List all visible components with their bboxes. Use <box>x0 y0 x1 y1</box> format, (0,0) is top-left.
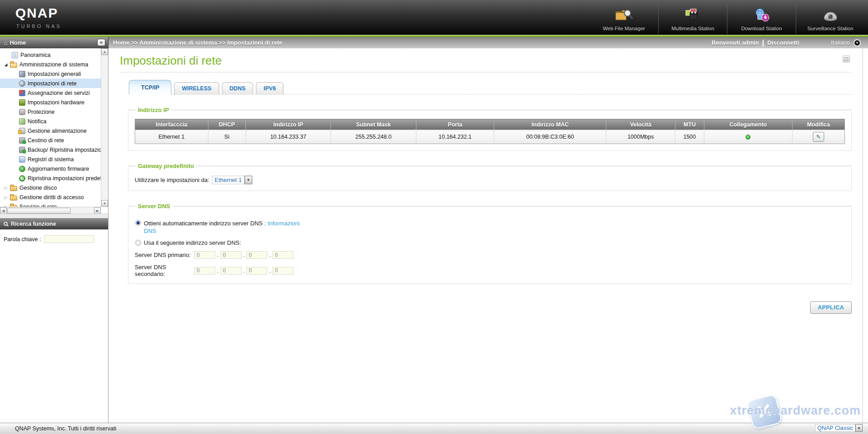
col-link: Collegamento <box>704 119 793 130</box>
primary-dns-octet-4[interactable] <box>273 251 293 259</box>
gateway-section-legend: Gateway predefinito <box>136 163 196 169</box>
default-gateway-section: Gateway predefinito Utilizzare le impost… <box>128 163 852 191</box>
sidebar-item-notifica[interactable]: Notifica <box>0 117 101 126</box>
ip-section-legend: Indirizzo IP <box>136 107 171 113</box>
logout-link[interactable]: Disconnetti <box>767 39 799 46</box>
dns-manual-label: Usa il seguente indirizzo server DNS: <box>144 239 241 246</box>
tab-ddns[interactable]: DDNS <box>222 82 253 95</box>
sidebar-item-impostazioni-hardware[interactable]: Impostazioni hardware <box>0 98 101 107</box>
col-edit: Modifica <box>792 119 844 130</box>
table-row: Ethernet 1 Sì 10.164.233.37 255.255.248.… <box>135 130 845 144</box>
ip-address-section: Indirizzo IP Interfacccia DHCP Indirizzo… <box>128 107 852 151</box>
station-label: Surveillance Station <box>807 26 854 31</box>
scroll-left-icon[interactable]: ◀ <box>0 207 7 214</box>
col-gateway: Porta <box>416 119 494 130</box>
scroll-up-icon[interactable]: ▲ <box>101 48 108 55</box>
breadcrumb-bar: Home >> Amministrazione di sistema >> Im… <box>108 37 868 48</box>
sidebar-item-aggiornamento-firmware[interactable]: Aggiornamento firmware <box>0 164 101 173</box>
page-title-row: Impostazioni di rete <box>120 54 852 73</box>
sidebar-item-registri-di-sistema[interactable]: Registri di sistema <box>0 154 101 164</box>
col-ip: Indirizzo IP <box>245 119 330 130</box>
gateway-interface-select[interactable]: Ethernet 1 ▼ <box>212 176 252 184</box>
dns-auto-radio[interactable] <box>136 220 141 225</box>
multimedia-station-button[interactable]: Multimedia Station <box>658 1 727 34</box>
web-file-manager-button[interactable]: Web File Manager <box>590 1 658 34</box>
function-search-header: Ricerca funzione <box>0 218 108 229</box>
primary-dns-label: Server DNS primario: <box>135 252 194 258</box>
selected-theme: QNAP Classic <box>815 425 855 432</box>
sidebar-item-backup-ripristina-impostazioni[interactable]: Backup/ Ripristina impostazion <box>0 145 101 154</box>
main-content: Impostazioni di rete TCP/IP WIRELESS DDN… <box>109 48 868 423</box>
tab-ipv6[interactable]: IPV6 <box>256 82 283 95</box>
sidebar-collapse-button[interactable]: « <box>97 39 105 46</box>
dns-server-section: Server DNS Ottieni automaticamente indir… <box>128 203 852 284</box>
cell-mac: 00:08:9B:C3:0E:60 <box>494 130 606 144</box>
surveillance-station-icon <box>820 7 841 24</box>
sidebar-item-ripristina-impostazioni-predefinite[interactable]: Ripristina impostazioni predefin <box>0 173 101 183</box>
tabstrip: TCP/IP WIRELESS DDNS IPV6 <box>129 80 852 95</box>
general-settings-icon <box>19 71 25 77</box>
sidebar-item-protezione[interactable]: Protezione <box>0 107 101 117</box>
secondary-dns-octet-4[interactable] <box>273 267 293 275</box>
language-dropdown-button[interactable]: ▼ <box>854 39 861 47</box>
download-station-button[interactable]: Download Station <box>727 1 796 34</box>
backup-restore-icon <box>19 147 25 153</box>
firmware-update-icon <box>19 166 25 172</box>
col-speed: Velocità <box>606 119 675 130</box>
tree-collapsed-icon[interactable]: ▷ <box>3 186 9 190</box>
secondary-dns-octet-1[interactable] <box>194 267 215 275</box>
copyright-text: QNAP Systems, Inc. Tutti i diritti riser… <box>15 425 116 432</box>
tree-collapsed-icon[interactable]: ▷ <box>3 195 9 200</box>
col-mac: Indirizzo MAC <box>494 119 606 130</box>
theme-select[interactable]: QNAP Classic ▼ <box>815 424 863 432</box>
dns-section-legend: Server DNS <box>136 203 173 210</box>
tab-tcpip[interactable]: TCP/IP <box>129 80 171 95</box>
station-menu: Web File Manager Multimedia Station <box>590 1 864 34</box>
tree-horizontal-scrollbar[interactable]: ◀ ▶ <box>0 207 101 214</box>
col-interface: Interfacccia <box>135 119 208 130</box>
open-folder-icon <box>10 63 17 68</box>
sidebar-item-impostazioni-generali[interactable]: Impostazioni generali <box>0 69 101 79</box>
col-subnet: Subnet Mask <box>331 119 416 130</box>
sidebar-item-gestione-diritti-di-accesso[interactable]: ▷ Gestione diritti di accesso <box>0 192 101 202</box>
scroll-down-icon[interactable]: ▼ <box>101 200 108 207</box>
edit-interface-button[interactable]: ✎ <box>813 132 824 142</box>
tree-expanded-icon[interactable]: ◢ <box>3 62 9 67</box>
cell-ip: 10.164.233.37 <box>245 130 330 144</box>
footer: QNAP Systems, Inc. Tutti i diritti riser… <box>0 423 868 434</box>
chevron-down-icon: ▼ <box>245 176 252 184</box>
function-search-title: Ricerca funzione <box>11 221 56 227</box>
sidebar-item-gestione-alimentazione[interactable]: Gestione alimentazione <box>0 126 101 135</box>
cell-speed: 1000Mbps <box>606 130 675 144</box>
sidebar-item-gestione-disco[interactable]: ▷ Gestione disco <box>0 183 101 192</box>
sidebar-item-amministrazione-di-sistema[interactable]: ◢ Amministrazione di sistema <box>0 60 101 69</box>
tree-vertical-scrollbar[interactable]: ▲ ▼ <box>101 48 108 207</box>
scrollbar-thumb[interactable] <box>7 208 71 214</box>
tab-wireless[interactable]: WIRELESS <box>174 82 219 95</box>
network-settings-icon <box>19 80 25 87</box>
apply-button[interactable]: APPLICA <box>810 301 852 314</box>
selected-interface: Ethernet 1 <box>212 176 245 184</box>
secondary-dns-octet-3[interactable] <box>246 267 267 275</box>
station-label: Multimedia Station <box>671 26 714 31</box>
surveillance-station-button[interactable]: Surveillance Station <box>796 1 864 34</box>
dns-manual-radio[interactable] <box>136 240 141 245</box>
sidebar-item-assegnazione-dei-servizi[interactable]: Assegnazione dei servizi <box>0 88 101 98</box>
security-icon <box>19 109 25 115</box>
sidebar-item-cestino-di-rete[interactable]: Cestino di rete <box>0 135 101 145</box>
secondary-dns-octet-2[interactable] <box>221 267 241 275</box>
keyword-input[interactable] <box>44 235 94 243</box>
sidebar-item-impostazioni-di-rete[interactable]: Impostazioni di rete <box>0 79 101 88</box>
search-icon <box>4 222 8 226</box>
language-label: Italiano <box>831 39 850 46</box>
station-label: Web File Manager <box>603 26 645 31</box>
primary-dns-octet-2[interactable] <box>221 251 241 259</box>
sidebar-item-panoramica[interactable]: Panoramica <box>0 50 101 60</box>
panel-toggle-button[interactable] <box>843 56 850 62</box>
gateway-label: Utilizzare le impostazioni da: <box>135 177 209 183</box>
overview-icon <box>12 52 18 58</box>
keyword-label: Parola chiave : <box>4 236 41 243</box>
primary-dns-octet-3[interactable] <box>246 251 267 259</box>
scroll-right-icon[interactable]: ▶ <box>94 207 101 214</box>
primary-dns-octet-1[interactable] <box>194 251 215 259</box>
